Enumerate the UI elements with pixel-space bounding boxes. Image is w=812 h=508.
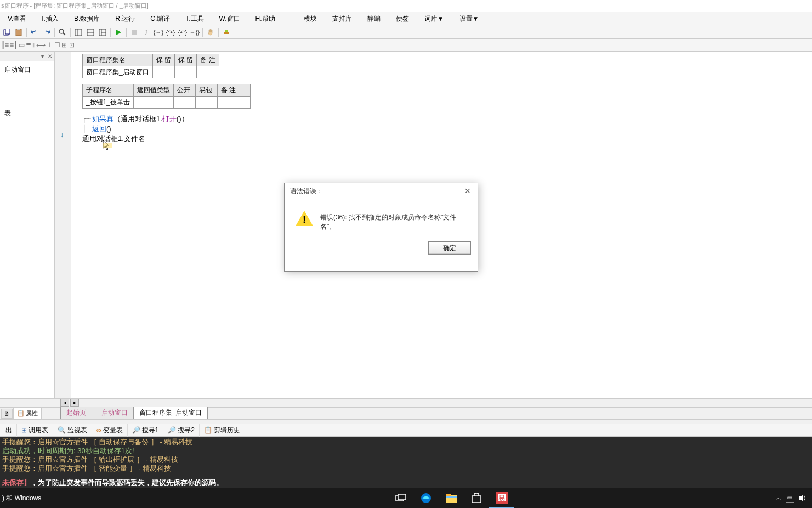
- menu-insert[interactable]: I.插入: [35, 13, 65, 25]
- tbl1-h1: 窗口程序集名: [83, 54, 153, 66]
- output-tab-search1[interactable]: 🔎搜寻1: [128, 424, 164, 437]
- align3-icon[interactable]: ▭: [19, 41, 25, 49]
- menu-compile[interactable]: C.编译: [144, 13, 177, 25]
- scroll-right-icon[interactable]: ▸: [70, 399, 79, 407]
- left-tab-unit[interactable]: 🗎: [1, 409, 13, 419]
- dialog-message: 错误(36): 找不到指定的对象成员命令名称"文件名"。: [320, 210, 467, 232]
- tbl1-h3: 保 留: [175, 54, 197, 66]
- layout2-icon[interactable]: [85, 27, 96, 38]
- left-panel-header: ▾ ✕: [0, 52, 54, 61]
- menu-settings[interactable]: 设置▼: [453, 13, 486, 25]
- redo-icon[interactable]: [41, 27, 52, 38]
- layout1-icon[interactable]: [73, 27, 84, 38]
- tbl2-r1c1[interactable]: _按钮1_被单击: [83, 97, 134, 109]
- svg-marker-13: [116, 30, 121, 35]
- output-tabs: 出 ⊞调用表 🔍监视表 ∞变量表 🔎搜寻1 🔎搜寻2 📋剪辑历史: [0, 424, 812, 437]
- menu-notes[interactable]: 便签: [389, 13, 416, 25]
- code-line-1[interactable]: ┌┄ 如果真 （通用对话框1.打开 ()）: [82, 114, 810, 124]
- menu-window[interactable]: W.窗口: [213, 13, 247, 25]
- ok-button[interactable]: 确定: [428, 241, 471, 255]
- layout-b-icon[interactable]: ⊞: [61, 41, 67, 49]
- tray-ime-icon[interactable]: 中: [786, 494, 794, 503]
- output-tab-search2[interactable]: 🔎搜寻2: [163, 424, 200, 437]
- taskview-icon[interactable]: [388, 488, 413, 508]
- menu-staticcompile[interactable]: 静编: [361, 13, 387, 25]
- align6-icon[interactable]: ⟷: [36, 41, 46, 49]
- menu-supportlib[interactable]: 支持库: [326, 13, 359, 25]
- stop-icon[interactable]: [129, 27, 140, 38]
- debug-return-icon[interactable]: →{}: [189, 27, 200, 38]
- code-line-3[interactable]: 通用对话框1.文件名: [82, 134, 810, 144]
- debug-over-icon[interactable]: {↷}: [165, 27, 176, 38]
- dialog-titlebar[interactable]: 语法错误： ✕: [285, 183, 478, 199]
- cursor-icon: [103, 140, 112, 151]
- tool-icon[interactable]: [221, 27, 232, 38]
- left-panel: ▾ ✕ 启动窗口 表: [0, 52, 55, 398]
- tree-item-table[interactable]: 表: [2, 107, 52, 120]
- output-tab-calltable[interactable]: ⊞调用表: [17, 424, 53, 437]
- layout-a-icon[interactable]: ☐: [54, 41, 60, 49]
- output-tab-cliphistory[interactable]: 📋剪辑历史: [200, 424, 245, 437]
- menu-view[interactable]: V.查看: [1, 13, 33, 25]
- tbl2-h5: 备 注: [218, 84, 251, 97]
- menu-tools[interactable]: T.工具: [179, 13, 210, 25]
- editor-tab-startwindow[interactable]: _启动窗口: [92, 406, 134, 419]
- align7-icon[interactable]: ⊥: [47, 41, 52, 49]
- menu-module[interactable]: 模块: [297, 13, 323, 25]
- taskbar: ) 和 Windows 易 ︿ 中: [0, 488, 812, 508]
- pin-icon[interactable]: ▾: [39, 53, 46, 60]
- dialog-title-text: 语法错误：: [290, 187, 323, 196]
- debug-into-icon[interactable]: {→}: [153, 27, 164, 38]
- copy-icon[interactable]: [1, 27, 12, 38]
- app-icon[interactable]: 易: [489, 488, 514, 508]
- project-tree[interactable]: 启动窗口 表: [0, 61, 54, 122]
- menu-help[interactable]: H.帮助: [249, 13, 282, 25]
- tbl1-h4: 备 注: [197, 54, 219, 66]
- tree-item-startwindow[interactable]: 启动窗口: [2, 64, 52, 76]
- output-tab-vars[interactable]: ∞变量表: [92, 424, 128, 437]
- tbl1-r1c1[interactable]: 窗口程序集_启动窗口: [83, 66, 153, 78]
- explorer-icon[interactable]: [439, 488, 464, 508]
- svg-rect-15: [224, 32, 229, 34]
- left-tab-attr[interactable]: 📋属性: [13, 408, 42, 419]
- output-line-5: 未保存】，为了防止突发事件而导致源码丢失，建议先保存你的源码。: [2, 478, 810, 487]
- align2-icon[interactable]: ≡┃: [10, 41, 18, 49]
- close-icon[interactable]: ✕: [460, 184, 475, 197]
- editor-tab-programset[interactable]: 窗口程序集_启动窗口: [133, 406, 208, 419]
- tbl2-h4: 易包: [196, 84, 218, 97]
- output-tab-watch[interactable]: 🔍监视表: [53, 424, 92, 437]
- paste-icon[interactable]: [13, 27, 24, 38]
- edge-icon[interactable]: [413, 488, 439, 508]
- align1-icon[interactable]: ┃≡: [1, 41, 9, 49]
- svg-rect-16: [225, 30, 228, 32]
- search-icon[interactable]: [57, 27, 68, 38]
- panel-close-icon[interactable]: ✕: [47, 53, 53, 60]
- align4-icon[interactable]: ≣: [26, 41, 31, 49]
- svg-text:易: 易: [498, 494, 505, 502]
- svg-rect-23: [446, 494, 451, 496]
- svg-rect-24: [446, 496, 457, 498]
- hand-icon[interactable]: [205, 27, 216, 38]
- run-icon[interactable]: [113, 27, 124, 38]
- svg-rect-20: [398, 494, 406, 500]
- align5-icon[interactable]: ⫴: [32, 41, 35, 49]
- tray-up-icon[interactable]: ︿: [776, 494, 781, 502]
- window-title: s窗口程序 - [程序集: 窗口程序集_启动窗口 / _启动窗口]: [1, 2, 149, 10]
- code-line-2[interactable]: │ 返回 (): [82, 124, 810, 134]
- tbl1-h2: 保 留: [152, 54, 174, 66]
- scroll-left-icon[interactable]: ◂: [60, 399, 69, 407]
- debug-out-icon[interactable]: {↶}: [177, 27, 188, 38]
- menu-wordlib[interactable]: 词库▼: [418, 13, 451, 25]
- undo-icon[interactable]: [29, 27, 40, 38]
- code-area[interactable]: ┌┄ 如果真 （通用对话框1.打开 ()） │ 返回 () 通用对话框1.文件名: [82, 114, 810, 144]
- editor-tab-startpage[interactable]: 起始页: [60, 406, 92, 419]
- output-tab-out[interactable]: 出: [1, 424, 17, 437]
- menu-run[interactable]: R.运行: [109, 13, 141, 25]
- store-icon[interactable]: [464, 488, 489, 508]
- menu-bar: V.查看 I.插入 B.数据库 R.运行 C.编译 T.工具 W.窗口 H.帮助…: [0, 12, 812, 26]
- tray-volume-icon[interactable]: [799, 494, 808, 502]
- menu-database[interactable]: B.数据库: [67, 13, 106, 25]
- layout3-icon[interactable]: [97, 27, 108, 38]
- grid-icon[interactable]: ⊡: [69, 41, 75, 49]
- debug-step-icon[interactable]: ⤴: [141, 27, 152, 38]
